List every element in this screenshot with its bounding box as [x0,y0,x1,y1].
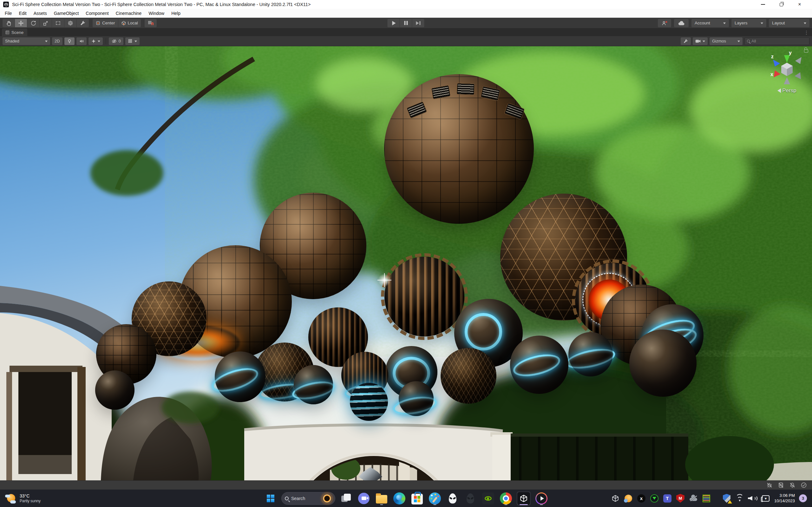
weather-tray-icon[interactable] [624,494,633,503]
start-button[interactable] [264,492,277,505]
wifi-icon[interactable] [735,494,744,503]
hidden-objects-button[interactable]: 0 [109,38,123,45]
notifications-muted-icon[interactable] [789,482,796,488]
security-warning-icon[interactable] [722,494,731,503]
scifi-sphere[interactable] [385,257,464,337]
chat-button[interactable] [357,492,371,505]
photos-icon[interactable]: ♥ [761,494,770,503]
menu-assets[interactable]: Assets [30,9,50,17]
mcafee-shield-icon[interactable]: M [676,494,685,503]
lighting-toggle-button[interactable] [64,38,74,45]
nvidia-button[interactable] [481,492,495,505]
clock-time: 3:06 PM [774,493,795,498]
transform-tool-button[interactable] [64,19,77,27]
microsoft-store-button[interactable] [410,492,424,505]
unity-tray-icon[interactable] [611,494,620,503]
step-button[interactable] [412,19,424,27]
scene-tools-button[interactable] [681,38,691,45]
menu-component[interactable]: Component [82,9,112,17]
teams-icon[interactable]: T [663,494,672,503]
menu-cinemachine[interactable]: Cinemachine [112,9,145,17]
scale-tool-button[interactable] [40,19,52,27]
scifi-sphere[interactable] [568,332,613,377]
2d-toggle-button[interactable]: 2D [52,38,62,45]
custom-tool-button[interactable] [77,19,89,27]
bug-disabled-icon[interactable] [766,482,773,488]
volume-icon[interactable] [748,494,757,503]
effects-toggle-button[interactable] [89,38,103,45]
audio-toggle-button[interactable] [77,38,87,45]
grid-snap-button[interactable] [145,19,157,27]
taskbar-search[interactable]: Search [281,492,335,505]
edge-button[interactable] [392,492,406,505]
task-view-button[interactable] [339,492,353,505]
minimize-button[interactable] [754,0,772,9]
tab-scene[interactable]: Scene [2,29,27,36]
cache-server-disabled-icon[interactable] [778,482,784,488]
scene-camera-button[interactable] [693,38,708,45]
notification-badge[interactable]: 3 [799,494,807,502]
account-dropdown[interactable]: Account [692,19,729,27]
handle-rotation-button[interactable]: Local [118,19,141,27]
chevron-down-icon [738,41,740,43]
alienware-command-center-button[interactable] [463,492,477,505]
cloud-button[interactable] [674,19,689,27]
shading-mode-dropdown[interactable]: Shaded [3,38,50,45]
media-player-button[interactable] [535,492,548,505]
system-monitor-icon[interactable] [702,494,711,503]
pause-button[interactable] [400,19,412,27]
sun-glint [377,273,392,287]
hand-tool-button[interactable] [3,19,14,27]
grid-visibility-button[interactable] [125,38,140,45]
chrome-button[interactable] [499,492,513,505]
pivot-mode-button[interactable]: Center [93,19,118,27]
scene-search-input[interactable] [751,39,807,43]
scifi-sphere[interactable] [294,365,333,404]
persp-arrow-icon [777,89,781,93]
layers-dropdown[interactable]: Layers [731,19,766,27]
rect-tool-button[interactable] [52,19,64,27]
xbox-icon[interactable]: x [637,494,646,503]
scifi-sphere[interactable] [384,74,534,224]
scene-tab-label: Scene [11,30,23,35]
menu-window[interactable]: Window [145,9,168,17]
paint-button[interactable] [428,492,442,505]
lock-icon[interactable] [804,49,808,53]
play-button[interactable] [388,19,400,27]
gizmos-dropdown[interactable]: Gizmos [710,38,743,45]
menu-edit[interactable]: Edit [15,9,30,17]
menu-file[interactable]: File [1,9,15,17]
scifi-sphere[interactable] [215,351,265,402]
onedrive-offline-icon[interactable] [689,494,698,503]
menu-gameobject[interactable]: GameObject [50,9,83,17]
scene-orientation-gizmo[interactable]: y z x Persp [766,50,808,94]
alienware-button[interactable] [446,492,460,505]
scifi-sphere[interactable] [350,383,388,421]
lightbulb-icon [67,39,72,44]
taskbar-clock[interactable]: 3:06 PM 10/14/2023 [774,493,795,504]
collab-button[interactable] [658,19,671,27]
layout-dropdown[interactable]: Layout [769,19,809,27]
tab-overflow-menu[interactable]: ⋮ [801,30,812,36]
driver-updater-icon[interactable] [650,494,659,503]
projection-mode[interactable]: Persp [766,88,808,94]
scifi-sphere[interactable] [95,371,135,410]
scale-icon [43,20,49,26]
rotate-tool-button[interactable] [27,19,39,27]
menu-help[interactable]: Help [168,9,184,17]
restore-button[interactable] [772,0,791,9]
scifi-sphere[interactable] [441,348,496,404]
move-tool-button[interactable] [15,19,27,27]
shading-mode-label: Shaded [5,39,19,43]
checkmark-icon[interactable] [801,482,807,488]
chevron-down-icon [135,41,137,43]
scifi-sphere[interactable] [629,330,697,397]
close-button[interactable]: × [791,0,809,9]
scene-viewport[interactable]: y z x Persp [0,46,812,481]
unity-editor-button[interactable] [517,492,531,505]
scifi-sphere[interactable] [510,336,568,394]
scifi-sphere[interactable] [399,381,434,416]
file-explorer-button[interactable] [374,492,389,505]
rotate-icon [31,20,36,26]
weather-widget[interactable]: 33°C Partly sunny [5,493,41,504]
